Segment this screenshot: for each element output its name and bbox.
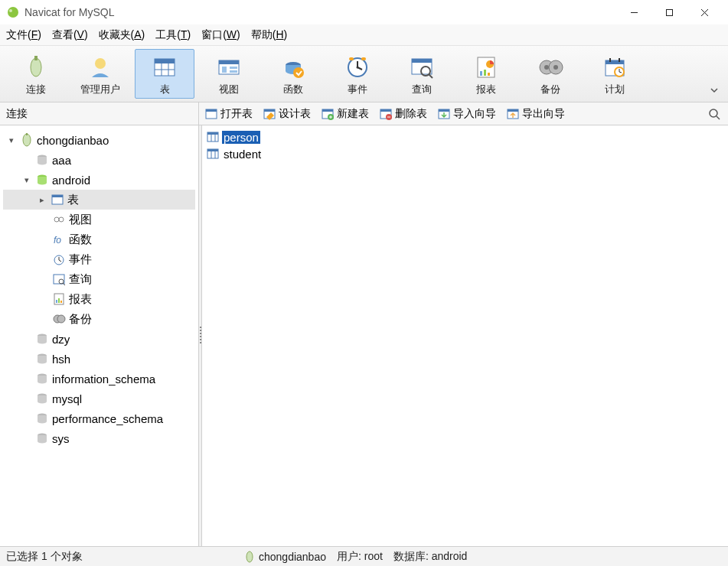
import-wizard-button[interactable]: 导入向导 [438,107,496,121]
tree-db-dzy[interactable]: dzy [3,329,195,349]
title-bar: Navicat for MySQL [0,0,728,24]
menu-file[interactable]: 文件(F) [6,28,41,42]
svg-rect-41 [606,60,624,64]
svg-rect-17 [230,67,237,69]
connection-panel-label: 连接 [6,107,28,121]
tree-leaf-events[interactable]: 事件 [3,249,195,269]
tree-db-performance-schema[interactable]: performance_schema [3,408,195,428]
object-toolbar-row: 连接 打开表 设计表 新建表 删除表 导入向导 导出向导 [0,102,728,125]
toolbar-tables[interactable]: 表 [135,49,194,99]
object-item-student[interactable]: student [207,145,723,162]
toolbar-views[interactable]: 视图 [199,49,259,99]
svg-rect-33 [480,71,482,76]
toolbar-query-label: 查询 [412,83,432,96]
toolbar-functions-label: 函数 [283,83,303,96]
database-icon [35,411,49,425]
connection-tree[interactable]: ▾ chongdianbao aaa ▾ android ▸ 表 视图 fo 函… [0,125,199,546]
table-icon [152,52,178,83]
export-wizard-button[interactable]: 导出向导 [507,107,565,121]
status-selection: 已选择 1 个对象 [6,550,243,564]
svg-rect-63 [508,109,518,112]
svg-rect-18 [230,70,237,73]
menu-tools[interactable]: 工具(T) [155,28,191,42]
svg-rect-83 [56,300,57,303]
delete-table-icon [380,108,392,120]
tree-db-sys[interactable]: sys [3,428,195,448]
menu-window[interactable]: 窗口(W) [201,28,240,42]
svg-point-87 [57,315,65,323]
tree-db-mysql[interactable]: mysql [3,389,195,408]
status-database: 数据库: android [393,550,467,564]
connection-icon [243,551,256,563]
new-table-button[interactable]: 新建表 [322,107,369,121]
svg-point-102 [246,551,253,562]
svg-rect-99 [207,149,218,151]
open-table-button[interactable]: 打开表 [205,107,253,121]
toolbar-overflow[interactable] [707,49,722,99]
tree-leaf-backup[interactable]: 备份 [3,309,195,329]
toolbar-backup-label: 备份 [540,83,560,96]
tree-db-aaa[interactable]: aaa [3,150,195,170]
status-user: 用户: root [337,550,383,564]
menu-view[interactable]: 查看(V) [52,28,88,42]
object-list[interactable]: person student [202,125,728,546]
svg-point-39 [553,65,558,70]
splitter-handle[interactable] [199,125,202,546]
maximize-button[interactable] [651,0,687,24]
svg-point-8 [95,58,106,69]
chevron-down-icon[interactable]: ▾ [6,135,17,145]
toolbar-schedule[interactable]: 计划 [585,49,645,99]
database-icon [35,153,49,167]
menu-favorites[interactable]: 收藏夹(A) [99,28,145,42]
tree-db-information-schema[interactable]: information_schema [3,369,195,389]
toolbar-connection[interactable]: 连接 [6,49,66,99]
tree-leaf-query[interactable]: 查询 [3,269,195,289]
connection-icon [20,133,34,147]
tree-db-label: information_schema [52,372,155,385]
tree-leaf-tables[interactable]: ▸ 表 [3,190,195,210]
object-search-button[interactable] [707,106,722,122]
svg-rect-28 [412,59,432,63]
database-icon [35,352,49,366]
chevron-down-icon[interactable]: ▾ [21,175,32,185]
tree-db-hsh[interactable]: hsh [3,349,195,369]
tree-db-label: aaa [52,154,71,167]
tree-db-label: dzy [52,333,70,346]
connection-panel-header: 连接 [0,102,199,125]
toolbar-report[interactable]: 报表 [456,49,516,99]
object-label: student [222,148,263,161]
toolbar-query[interactable]: 查询 [392,49,452,99]
close-button[interactable] [687,0,722,24]
app-icon [6,5,20,19]
user-icon [87,52,113,83]
tree-connection[interactable]: ▾ chongdianbao [3,130,195,150]
tree-leaf-views[interactable]: 视图 [3,210,195,229]
design-table-button[interactable]: 设计表 [263,107,311,121]
plug-icon [23,52,49,83]
tree-leaf-label: 查询 [69,272,92,287]
toolbar-functions[interactable]: 函数 [263,49,323,99]
object-item-person[interactable]: person [207,128,723,145]
delete-table-button[interactable]: 删除表 [380,107,427,121]
chevron-right-icon[interactable]: ▸ [37,195,47,205]
toolbar-events[interactable]: 事件 [328,49,387,99]
status-bar: 已选择 1 个对象 chongdianbao 用户: root 数据库: and… [0,546,728,566]
toolbar-tables-label: 表 [160,83,170,96]
menu-help[interactable]: 帮助(H) [251,28,287,42]
tree-db-label: hsh [52,353,70,366]
schedule-icon [602,52,628,83]
minimize-button[interactable] [616,0,651,24]
toolbar-backup[interactable]: 备份 [521,49,580,99]
svg-point-1 [9,9,12,12]
svg-rect-3 [666,9,672,15]
svg-rect-84 [58,298,60,303]
tree-leaf-report[interactable]: 报表 [3,289,195,309]
function-icon: fo [52,233,66,246]
toolbar-users[interactable]: 管理用户 [70,49,130,99]
table-icon [51,193,64,207]
tree-leaf-functions[interactable]: fo 函数 [3,229,195,249]
event-icon [344,52,371,83]
tree-db-android[interactable]: ▾ android [3,170,195,190]
open-table-icon [205,108,217,120]
svg-rect-85 [60,301,62,303]
